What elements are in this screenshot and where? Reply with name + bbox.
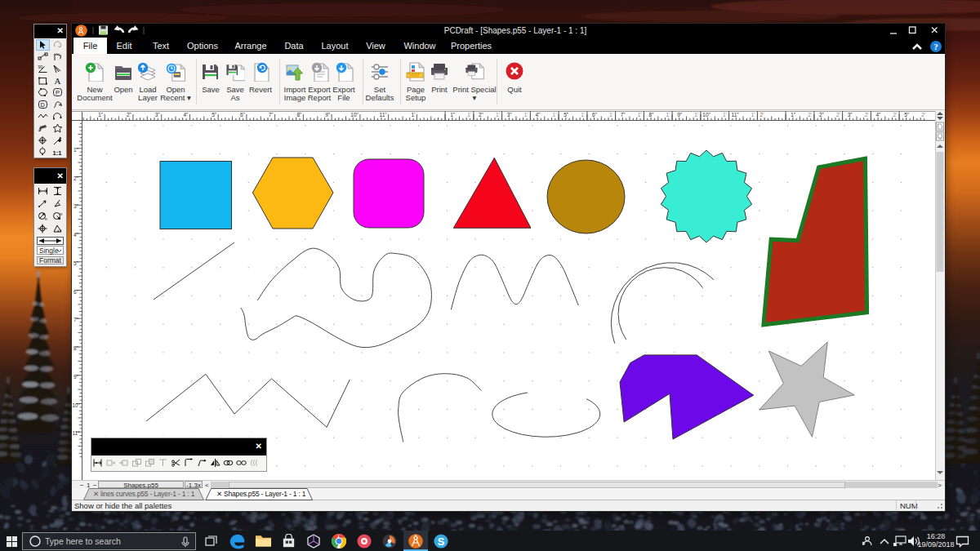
svg-text:S: S [438, 535, 445, 548]
svg-text:1": 1" [791, 112, 796, 118]
svg-text:7": 7" [621, 112, 626, 118]
svg-text:1': 1' [723, 112, 727, 118]
svg-text:1": 1" [98, 112, 104, 118]
svg-text:5": 5" [904, 112, 910, 118]
svg-text:1': 1' [638, 112, 642, 118]
svg-text:P: P [56, 89, 60, 96]
svg-text:2': 2' [808, 112, 812, 118]
svg-text:D: D [41, 101, 46, 109]
svg-text:2": 2" [479, 112, 484, 118]
svg-text:2": 2" [819, 112, 825, 118]
svg-text:11": 11" [732, 112, 740, 118]
svg-text:8": 8" [296, 112, 302, 118]
svg-text:10": 10" [702, 112, 710, 118]
svg-text:3": 3" [74, 203, 79, 209]
svg-text:5": 5" [564, 112, 569, 118]
svg-text:4": 4" [183, 112, 189, 118]
svg-text:1': 1' [553, 112, 557, 118]
svg-text:1': 1' [581, 112, 585, 118]
svg-text:2': 2' [893, 112, 898, 118]
svg-text:11": 11" [380, 112, 388, 118]
svg-text:1": 1" [450, 112, 456, 118]
svg-text:4": 4" [875, 112, 881, 118]
svg-text:1': 1' [694, 112, 698, 118]
svg-text:2': 2' [760, 112, 764, 118]
svg-text:2': 2' [921, 112, 925, 118]
svg-text:1': 1' [609, 112, 613, 118]
svg-text:1': 1' [467, 112, 471, 118]
svg-text:8": 8" [74, 345, 79, 351]
svg-text:9": 9" [325, 112, 331, 118]
svg-text:3": 3" [507, 112, 513, 118]
svg-text:3": 3" [848, 112, 853, 118]
svg-text:4": 4" [535, 112, 541, 118]
svg-text:10": 10" [350, 112, 359, 118]
svg-text:2": 2" [74, 176, 79, 181]
svg-text:6": 6" [74, 289, 79, 295]
svg-text:a: a [60, 228, 62, 232]
svg-text:A: A [54, 76, 60, 86]
svg-text:1:1: 1:1 [53, 149, 62, 157]
svg-text:?: ? [933, 42, 938, 51]
svg-text:2': 2' [836, 112, 840, 118]
svg-text:6": 6" [592, 112, 598, 118]
svg-text:7": 7" [74, 317, 79, 322]
svg-text:1': 1' [496, 112, 500, 118]
svg-text:R: R [60, 212, 63, 216]
svg-text:R: R [45, 217, 47, 221]
svg-text:9": 9" [677, 112, 683, 118]
svg-text:2': 2' [865, 112, 869, 118]
svg-text:11": 11" [72, 430, 80, 436]
svg-text:1': 1' [751, 112, 755, 118]
svg-text:5": 5" [212, 112, 217, 118]
svg-text:10": 10" [72, 402, 80, 408]
svg-text:8": 8" [648, 112, 654, 118]
svg-text:1": 1" [74, 147, 79, 153]
svg-text:3": 3" [155, 112, 161, 118]
svg-text:6": 6" [240, 112, 246, 118]
svg-text:7": 7" [269, 112, 274, 118]
svg-text:9": 9" [74, 374, 79, 380]
svg-text:1': 1' [524, 112, 528, 118]
svg-text:2": 2" [127, 112, 132, 118]
svg-text:1': 1' [412, 112, 416, 118]
svg-text:5": 5" [74, 260, 79, 266]
svg-text:4": 4" [74, 232, 79, 238]
svg-text:1': 1' [666, 112, 670, 118]
